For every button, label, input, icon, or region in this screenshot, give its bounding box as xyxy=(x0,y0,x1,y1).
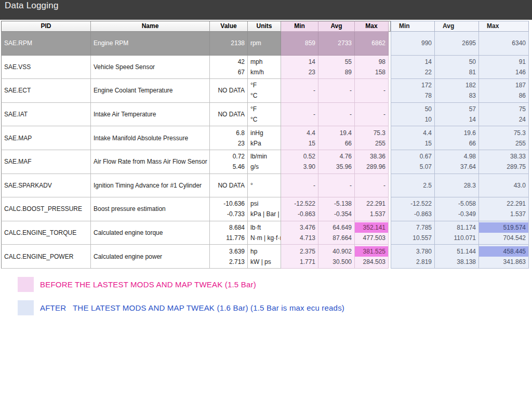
cell-before-avg[interactable]: 5589 xyxy=(318,56,355,79)
cell-after-min[interactable]: 1422 xyxy=(391,56,435,79)
cell-before-max[interactable]: 98158 xyxy=(355,56,389,79)
cell-name[interactable]: Intake Manifold Absolute Pressure xyxy=(91,126,210,150)
cell-after-max[interactable]: 22.2911.537 xyxy=(479,197,529,221)
cell-name[interactable]: Boost pressure estimation xyxy=(91,197,210,221)
cell-before-avg[interactable]: 4.7635.96 xyxy=(318,150,355,174)
table-row[interactable]: CALC.ENGINE_TORQUECalculated engine torq… xyxy=(1,221,529,245)
cell-before-avg[interactable]: - xyxy=(318,174,355,198)
cell-name[interactable]: Intake Air Temperature xyxy=(91,103,210,127)
cell-after-max[interactable]: 6340 xyxy=(479,32,529,56)
cell-value[interactable]: NO DATA xyxy=(210,79,248,103)
cell-after-max[interactable]: 7524 xyxy=(479,103,529,127)
cell-before-min[interactable]: 2.3751.771 xyxy=(281,245,318,269)
cell-after-avg[interactable]: 28.3 xyxy=(435,174,479,198)
cell-after-avg[interactable]: 81.174110.071 xyxy=(435,221,479,245)
column-header-pid[interactable]: PID xyxy=(1,21,91,32)
column-header-before-max[interactable]: Max xyxy=(355,21,389,32)
column-header-units[interactable]: Units xyxy=(248,21,281,32)
cell-before-min[interactable]: - xyxy=(281,174,318,198)
cell-after-avg[interactable]: 4.9837.64 xyxy=(435,150,479,174)
cell-name[interactable]: Air Flow Rate from Mass Air Flow Sensor xyxy=(91,150,210,174)
cell-pid[interactable]: CALC.ENGINE_TORQUE xyxy=(1,221,91,245)
cell-before-avg[interactable]: 40.90230.500 xyxy=(318,245,355,269)
cell-after-min[interactable]: 7.78510.557 xyxy=(391,221,435,245)
table-row[interactable]: SAE.IATIntake Air TemperatureNO DATA°F°C… xyxy=(1,103,529,127)
cell-after-avg[interactable]: 5714 xyxy=(435,103,479,127)
cell-after-avg[interactable]: 51.14438.138 xyxy=(435,245,479,269)
column-header-before-min[interactable]: Min xyxy=(281,21,318,32)
cell-before-min[interactable]: - xyxy=(281,79,318,103)
cell-after-max[interactable]: 75.3255 xyxy=(479,126,529,150)
cell-after-min[interactable]: 990 xyxy=(391,32,435,56)
table-row[interactable]: CALC.BOOST_PRESSUREBoost pressure estima… xyxy=(1,197,529,221)
cell-after-min[interactable]: 17278 xyxy=(391,79,435,103)
column-header-before-avg[interactable]: Avg xyxy=(318,21,355,32)
cell-before-avg[interactable]: 19.466 xyxy=(318,126,355,150)
cell-after-avg[interactable]: -5.058-0.349 xyxy=(435,197,479,221)
cell-name[interactable]: Ignition Timing Advance for #1 Cylinder xyxy=(91,174,210,198)
cell-before-avg[interactable]: - xyxy=(318,79,355,103)
cell-before-max[interactable]: 38.36289.96 xyxy=(355,150,389,174)
cell-after-avg[interactable]: 2695 xyxy=(435,32,479,56)
cell-before-min[interactable]: 4.415 xyxy=(281,126,318,150)
cell-pid[interactable]: SAE.MAP xyxy=(1,126,91,150)
cell-before-min[interactable]: 859 xyxy=(281,32,318,56)
cell-pid[interactable]: SAE.SPARKADV xyxy=(1,174,91,198)
cell-value[interactable]: -10.636-0.733 xyxy=(210,197,248,221)
cell-value[interactable]: NO DATA xyxy=(210,103,248,127)
cell-name[interactable]: Calculated engine power xyxy=(91,245,210,269)
table-row[interactable]: SAE.VSSVehicle Speed Sensor4267mphkm/h14… xyxy=(1,56,529,79)
cell-before-avg[interactable]: 2733 xyxy=(318,32,355,56)
cell-units[interactable]: lb·ftN·m | kg·f·m xyxy=(248,221,281,245)
cell-before-min[interactable]: 0.523.90 xyxy=(281,150,318,174)
cell-after-min[interactable]: 3.7802.819 xyxy=(391,245,435,269)
cell-units[interactable]: hpkW | ps xyxy=(248,245,281,269)
cell-after-max[interactable]: 519.574704.542 xyxy=(479,221,529,245)
cell-before-max[interactable]: - xyxy=(355,174,389,198)
column-header-after-min[interactable]: Min xyxy=(391,21,435,32)
cell-before-min[interactable]: -12.522-0.863 xyxy=(281,197,318,221)
cell-pid[interactable]: SAE.MAF xyxy=(1,150,91,174)
column-header-value[interactable]: Value xyxy=(210,21,248,32)
cell-after-max[interactable]: 18786 xyxy=(479,79,529,103)
cell-before-max[interactable]: 381.525284.503 xyxy=(355,245,389,269)
cell-after-min[interactable]: 2.5 xyxy=(391,174,435,198)
cell-after-min[interactable]: 5010 xyxy=(391,103,435,127)
cell-pid[interactable]: SAE.ECT xyxy=(1,79,91,103)
cell-after-min[interactable]: -12.522-0.863 xyxy=(391,197,435,221)
cell-before-max[interactable]: - xyxy=(355,103,389,127)
cell-units[interactable]: mphkm/h xyxy=(248,56,281,79)
cell-after-min[interactable]: 0.675.07 xyxy=(391,150,435,174)
cell-value[interactable]: 3.6392.713 xyxy=(210,245,248,269)
table-row[interactable]: SAE.SPARKADVIgnition Timing Advance for … xyxy=(1,174,529,198)
cell-after-max[interactable]: 458.445341.863 xyxy=(479,245,529,269)
cell-before-max[interactable]: 22.2911.537 xyxy=(355,197,389,221)
cell-before-avg[interactable]: - xyxy=(318,103,355,127)
cell-units[interactable]: rpm xyxy=(248,32,281,56)
cell-pid[interactable]: CALC.BOOST_PRESSURE xyxy=(1,197,91,221)
column-header-after-avg[interactable]: Avg xyxy=(435,21,479,32)
cell-value[interactable]: 8.68411.776 xyxy=(210,221,248,245)
cell-after-avg[interactable]: 18283 xyxy=(435,79,479,103)
cell-name[interactable]: Calculated engine torque xyxy=(91,221,210,245)
cell-units[interactable]: °F°C xyxy=(248,79,281,103)
cell-after-avg[interactable]: 5081 xyxy=(435,56,479,79)
cell-units[interactable]: psikPa | Bar | kg xyxy=(248,197,281,221)
cell-value[interactable]: 0.725.46 xyxy=(210,150,248,174)
table-row[interactable]: SAE.RPMEngine RPM2138rpm8592733686299026… xyxy=(1,32,529,56)
cell-before-avg[interactable]: 64.64987.664 xyxy=(318,221,355,245)
cell-after-max[interactable]: 43.0 xyxy=(479,174,529,198)
table-row[interactable]: SAE.MAFAir Flow Rate from Mass Air Flow … xyxy=(1,150,529,174)
column-header-name[interactable]: Name xyxy=(91,21,210,32)
cell-value[interactable]: 2138 xyxy=(210,32,248,56)
cell-after-min[interactable]: 4.415 xyxy=(391,126,435,150)
cell-before-max[interactable]: 352.141477.503 xyxy=(355,221,389,245)
cell-before-max[interactable]: - xyxy=(355,79,389,103)
cell-before-max[interactable]: 6862 xyxy=(355,32,389,56)
cell-after-avg[interactable]: 19.666 xyxy=(435,126,479,150)
table-row[interactable]: CALC.ENGINE_POWERCalculated engine power… xyxy=(1,245,529,269)
cell-value[interactable]: 6.823 xyxy=(210,126,248,150)
cell-after-max[interactable]: 38.33289.75 xyxy=(479,150,529,174)
cell-units[interactable]: inHgkPa xyxy=(248,126,281,150)
cell-before-min[interactable]: 3.4764.713 xyxy=(281,221,318,245)
